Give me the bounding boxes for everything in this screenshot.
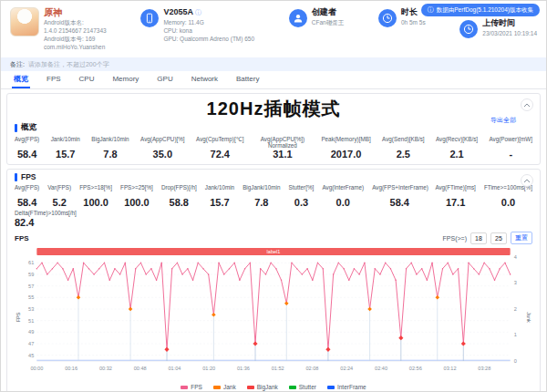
svg-text:51: 51 [28, 318, 34, 324]
metric-var-fps: Var(FPS)5.2 [47, 184, 71, 208]
game-info: 原神 Android版本名: 1.4.0 2154667 2147343 And… [10, 7, 107, 55]
tab-bar: 概览FPSCPUMemoryGPUNetworkBattery [1, 71, 546, 89]
creator-name: CFan碰蛋王 [312, 18, 344, 26]
legend-swatch [327, 386, 335, 389]
svg-text:03:12: 03:12 [444, 366, 457, 371]
metric-avg-appcpu-normalized: Avg(AppCPU[%]) Normalized31.1 [255, 136, 310, 160]
fps-threshold-input-1[interactable]: 18 [470, 232, 487, 244]
legend-swatch [247, 386, 254, 389]
metric-bigjank-10min: BigJank/10min7.8 [243, 184, 280, 208]
tab-battery[interactable]: Battery [234, 71, 261, 88]
reset-button[interactable]: 重置 [511, 232, 532, 244]
fps-section: FPS Avg(FPS)58.4Var(FPS)5.2FPS>=18[%]100… [6, 169, 541, 392]
metric-ftime-100ms: FTime>=100ms[%]0.0 [484, 184, 532, 208]
legend-swatch [213, 386, 221, 389]
metric-value: 58.4 [15, 149, 39, 160]
metric-label: Avg(CpuTemp)[℃] [196, 136, 243, 148]
legend-label: Jank [223, 384, 236, 390]
metric-label: Avg(FPS) [15, 136, 39, 148]
metric-avg-fps-interframe: Avg(FPS+InterFrame)58.4 [372, 184, 427, 208]
fps-threshold-input-2[interactable]: 25 [490, 232, 507, 244]
metric-label: Delta(FTime)>100ms[/h] [15, 210, 77, 216]
svg-text:4: 4 [514, 254, 517, 260]
metric-value: 0.0 [484, 197, 532, 208]
svg-text:01:36: 01:36 [237, 366, 250, 371]
metric-label: Avg(AppCPU)[%] [140, 136, 185, 148]
tab-fps[interactable]: FPS [45, 71, 63, 88]
test-mode-banner: 120Hz插帧模式 [15, 97, 532, 121]
metric-label: FPS>=18[%] [79, 184, 112, 196]
metric-label: BigJank/10min [91, 136, 129, 148]
device-gpu: GPU: Qualcomm Adreno (TM) 650 [163, 35, 254, 43]
svg-text:45: 45 [28, 353, 34, 358]
metric-value: - [490, 149, 532, 160]
svg-text:2: 2 [514, 306, 517, 312]
svg-text:00:48: 00:48 [134, 366, 147, 371]
remark-input[interactable]: 备注: 请添加备注，不超过200个字 [1, 57, 546, 71]
metric-label: BigJank/10min [243, 184, 280, 196]
collapse-fps-button[interactable] [521, 174, 533, 187]
metric-value: 100.0 [120, 197, 153, 208]
metric-label: FPS>=25[%] [120, 184, 153, 196]
svg-text:53: 53 [28, 306, 34, 312]
svg-text:03:28: 03:28 [478, 366, 490, 371]
metric-label: Jank/10min [205, 184, 234, 196]
tab-memory[interactable]: Memory [110, 71, 140, 88]
user-icon [289, 9, 307, 27]
upload-value: 23/03/2021 10:19:14 [482, 29, 537, 37]
version-note-pill: ⓘ 数据由PerfDog(5.1.210204)版本收集 [421, 4, 540, 16]
upload-label: 上传时间 [482, 18, 537, 29]
metric-avg-ftime-ms: Avg(FTime)[ms]17.1 [435, 184, 475, 208]
chevron-up-icon [523, 103, 531, 108]
metric-value: 15.7 [205, 197, 234, 208]
export-all-link[interactable]: 导出全部 [490, 116, 516, 125]
legend-label: FPS [191, 384, 202, 390]
svg-text:57: 57 [28, 284, 34, 289]
tab-overview[interactable]: 概览 [12, 71, 30, 88]
metric-value: 7.8 [91, 149, 129, 160]
chart-header: FPS FPS(>=) 18 25 重置 [15, 232, 532, 244]
legend-bigjank[interactable]: BigJank [247, 384, 278, 390]
tab-gpu[interactable]: GPU [155, 71, 174, 88]
svg-text:01:04: 01:04 [168, 366, 181, 371]
legend-interframe[interactable]: InterFrame [327, 384, 366, 390]
fps-threshold-label: FPS(>=) [443, 235, 467, 242]
metric-avg-power-mw: Avg(Power)[mW]- [490, 136, 532, 160]
game-icon [10, 7, 39, 36]
info-icon: ⓘ [428, 5, 434, 15]
fps-metrics: Avg(FPS)58.4Var(FPS)5.2FPS>=18[%]100.0FP… [15, 184, 532, 208]
tab-cpu[interactable]: CPU [77, 71, 97, 88]
metric-value: 100.0 [79, 197, 112, 208]
header: 原神 Android版本名: 1.4.0 2154667 2147343 And… [1, 1, 546, 57]
svg-text:49: 49 [28, 330, 34, 335]
metric-peak-memory-mb: Peak(Memory)[MB]2017.0 [321, 136, 370, 160]
metric-jank-10min: Jank/10min15.7 [51, 136, 80, 160]
svg-text:FPS: FPS [15, 313, 21, 323]
legend-stutter[interactable]: Stutter [289, 384, 316, 390]
overview-metrics: Avg(FPS)58.4Jank/10min15.7BigJank/10min7… [15, 136, 532, 160]
fps-section-title: FPS [21, 172, 36, 181]
metric-stutter: Stutter[%]0.3 [289, 184, 315, 208]
fps-line-chart: 45474951535557596101234FPSJank00:0000:16… [15, 246, 532, 383]
game-text: 原神 Android版本名: 1.4.0 2154667 2147343 And… [44, 7, 107, 51]
legend-fps[interactable]: FPS [181, 384, 202, 390]
svg-text:00:00: 00:00 [30, 366, 43, 371]
legend-jank[interactable]: Jank [213, 384, 236, 390]
svg-text:Jank: Jank [526, 312, 532, 323]
metric-avg-send-kb-s: Avg(Send)[KB/s]2.5 [382, 136, 424, 160]
chevron-up-icon [523, 179, 531, 183]
game-package: com.miHoYo.Yuanshen [44, 43, 107, 51]
collapse-overview-button[interactable] [521, 98, 533, 111]
tab-network[interactable]: Network [190, 71, 220, 88]
metric-value: 72.4 [196, 149, 243, 160]
device-cpu: CPU: kona [163, 26, 254, 35]
svg-text:1: 1 [514, 333, 517, 338]
metric-value: 15.7 [51, 149, 80, 160]
metric-label: Avg(FPS) [15, 184, 39, 196]
info-icon[interactable]: ⓘ [195, 9, 201, 15]
metric-value: 0.0 [322, 197, 364, 208]
upload-text: 上传时间 23/03/2021 10:19:14 [482, 18, 537, 37]
svg-text:label1: label1 [267, 250, 281, 255]
metric-label: Drop(FPS)[/h] [161, 184, 197, 196]
version-note-text: 数据由PerfDog(5.1.210204)版本收集 [437, 6, 533, 15]
